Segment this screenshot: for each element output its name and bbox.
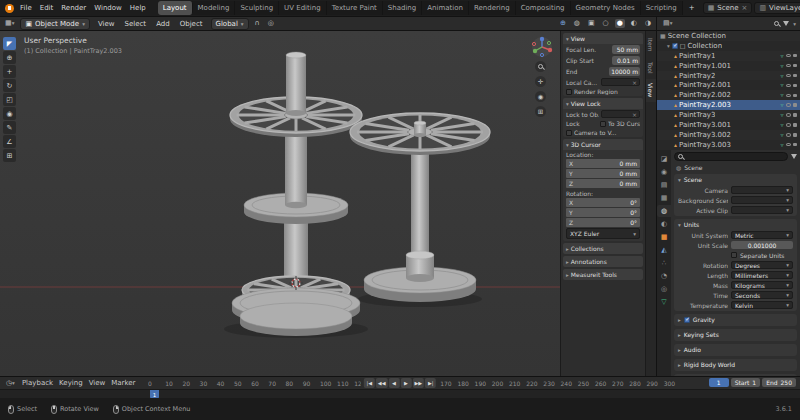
- timeline-track[interactable]: 1: [0, 389, 800, 398]
- disable-in-render-icon[interactable]: [793, 64, 798, 68]
- hide-in-viewport-icon[interactable]: [786, 113, 791, 117]
- timeline-menu-view[interactable]: View: [89, 379, 106, 387]
- outliner-row-painttray2-002[interactable]: ▴PaintTray2.002▿: [657, 90, 800, 100]
- workspace-tab-modeling[interactable]: Modeling: [193, 1, 236, 15]
- npanel-section-view-header[interactable]: ▾View: [563, 33, 643, 44]
- cursor-rotation-z-field[interactable]: Z0°: [566, 218, 640, 227]
- cursor-location-x-field[interactable]: X0 mm: [566, 159, 640, 168]
- viewlayer-selector[interactable]: ▥ ViewLayer ×: [754, 2, 800, 14]
- xray-toggle-icon[interactable]: ▣: [586, 19, 597, 28]
- units-section-header[interactable]: ▾ Units: [674, 219, 797, 230]
- hide-in-viewport-icon[interactable]: [786, 84, 791, 88]
- background-scene-field[interactable]: ▾: [731, 196, 793, 205]
- menu-file[interactable]: File: [16, 2, 36, 14]
- npanel-section-3d-cursor-header[interactable]: ▾3D Cursor: [563, 139, 643, 150]
- particle-properties-tab[interactable]: ∴: [657, 257, 671, 269]
- timeline-editor-icon[interactable]: ◷▾: [4, 379, 17, 388]
- workspace-tab-rendering[interactable]: Rendering: [469, 1, 516, 15]
- play-button[interactable]: ▶: [401, 378, 412, 388]
- cursor-rotation-y-field[interactable]: Y0°: [566, 208, 640, 217]
- hide-in-viewport-icon[interactable]: [786, 54, 791, 58]
- breadcrumb-label[interactable]: Scene: [684, 164, 702, 171]
- length-dropdown[interactable]: Millimeters▾: [731, 271, 793, 280]
- shading-rendered-icon[interactable]: ◑: [643, 19, 653, 28]
- constraint-properties-tab[interactable]: ◎: [657, 283, 671, 295]
- viewport-menu-add[interactable]: Add: [152, 18, 174, 30]
- camera-to-view-checkbox[interactable]: [566, 130, 572, 136]
- overlays-icon[interactable]: ◍: [572, 19, 582, 28]
- lock-to-object-field[interactable]: ×: [601, 110, 640, 118]
- hide-in-viewport-icon[interactable]: [786, 123, 791, 127]
- menu-edit[interactable]: Edit: [36, 2, 58, 14]
- cursor-location-y-field[interactable]: Y0 mm: [566, 169, 640, 178]
- section-audio-header[interactable]: ▸Audio: [674, 344, 797, 355]
- mass-dropdown[interactable]: Kilograms▾: [731, 281, 793, 290]
- gravity-checkbox[interactable]: [684, 317, 690, 323]
- unlink-scene-icon[interactable]: ×: [742, 4, 748, 12]
- current-frame-field[interactable]: 1: [709, 378, 729, 387]
- npanel-section-annotations[interactable]: ▸Annotations: [563, 256, 643, 267]
- disable-in-render-icon[interactable]: [793, 94, 798, 98]
- menu-help[interactable]: Help: [126, 2, 150, 14]
- zoom-icon[interactable]: [535, 61, 546, 72]
- select-box-tool[interactable]: ◤: [3, 37, 16, 50]
- properties-filter-icon[interactable]: [791, 154, 797, 159]
- workspace-tab-layout[interactable]: Layout: [158, 1, 193, 15]
- section-keying-sets-header[interactable]: ▸Keying Sets: [674, 329, 797, 340]
- shading-wireframe-icon[interactable]: ○: [601, 19, 611, 28]
- workspace-tab-geometry-nodes[interactable]: Geometry Nodes: [571, 1, 641, 15]
- cursor-location-z-field[interactable]: Z0 mm: [566, 179, 640, 188]
- hide-in-viewport-icon[interactable]: [786, 143, 791, 147]
- render-properties-tab[interactable]: ◉: [657, 166, 671, 178]
- timeline-menu-playback[interactable]: Playback: [22, 379, 53, 387]
- section-rigid-body-world-header[interactable]: ▸Rigid Body World: [674, 359, 797, 370]
- outliner-row-collection[interactable]: ▾□Collection: [657, 41, 800, 51]
- blender-logo-icon[interactable]: [5, 4, 14, 13]
- add-cube-tool[interactable]: ⊞: [3, 149, 16, 162]
- transform-tool[interactable]: ◉: [3, 107, 16, 120]
- section-gravity-header[interactable]: ▸Gravity: [674, 314, 797, 325]
- hide-in-viewport-icon[interactable]: [786, 74, 791, 78]
- field-end[interactable]: 10000 m: [609, 67, 640, 76]
- hide-in-viewport-icon[interactable]: [786, 94, 791, 98]
- disable-in-render-icon[interactable]: [793, 74, 798, 78]
- viewport-menu-view[interactable]: View: [94, 18, 119, 30]
- workspace-tab-uv-editing[interactable]: UV Editing: [279, 1, 327, 15]
- disable-in-render-icon[interactable]: [793, 84, 798, 88]
- workspace-tab-sculpting[interactable]: Sculpting: [235, 1, 279, 15]
- unit-system-dropdown[interactable]: Metric▾: [731, 231, 793, 240]
- disable-in-render-icon[interactable]: [793, 113, 798, 117]
- collection-checkbox[interactable]: [672, 43, 678, 49]
- npanel-section-measureit-tools[interactable]: ▸Measureit Tools: [563, 269, 643, 280]
- viewport-canvas[interactable]: [0, 31, 656, 376]
- object-properties-tab[interactable]: ■: [657, 231, 671, 243]
- unit-scale-field[interactable]: 0.001000: [731, 241, 793, 250]
- play-reverse-button[interactable]: ◀: [389, 378, 400, 388]
- next-keyframe-button[interactable]: ▶▶: [413, 378, 425, 388]
- outliner-row-painttray2-003[interactable]: ▴PaintTray2.003▿: [657, 100, 800, 110]
- shading-material-icon[interactable]: ◐: [629, 19, 639, 28]
- timeline-menu-keying[interactable]: Keying: [59, 379, 83, 387]
- hide-in-viewport-icon[interactable]: [786, 133, 791, 137]
- outliner-row-painttray2[interactable]: ▴PaintTray2▿: [657, 71, 800, 81]
- workspace-tab-shading[interactable]: Shading: [383, 1, 422, 15]
- camera-view-icon[interactable]: ◉: [535, 91, 546, 102]
- outliner-row-painttray3[interactable]: ▴PaintTray3▿: [657, 110, 800, 120]
- measure-tool[interactable]: ∠: [3, 135, 16, 148]
- temperature-dropdown[interactable]: Kelvin▾: [731, 301, 793, 310]
- npanel-section-view-lock-header[interactable]: ▾View Lock: [563, 98, 643, 109]
- outliner-row-painttray1[interactable]: ▴PaintTray1▿: [657, 51, 800, 61]
- world-properties-tab[interactable]: ◐: [657, 218, 671, 230]
- sidebar-tab-tool[interactable]: Tool: [646, 58, 656, 78]
- menu-window[interactable]: Window: [90, 2, 126, 14]
- field-clip-start[interactable]: 0.01 m: [612, 56, 640, 65]
- outliner-row-painttray1-001[interactable]: ▴PaintTray1.001▿: [657, 61, 800, 71]
- workspace-tab-scripting[interactable]: Scripting: [641, 1, 683, 15]
- timeline-menu-marker[interactable]: Marker: [111, 379, 135, 387]
- object-data-properties-tab[interactable]: ▽: [657, 296, 671, 308]
- view-layer-properties-tab[interactable]: ▦: [657, 192, 671, 204]
- proportional-editing-icon[interactable]: ◎: [266, 19, 276, 28]
- outliner-editor-icon[interactable]: ▤▾: [661, 19, 674, 28]
- workspace-tab-animation[interactable]: Animation: [422, 1, 469, 15]
- sidebar-tab-view[interactable]: View: [646, 79, 656, 101]
